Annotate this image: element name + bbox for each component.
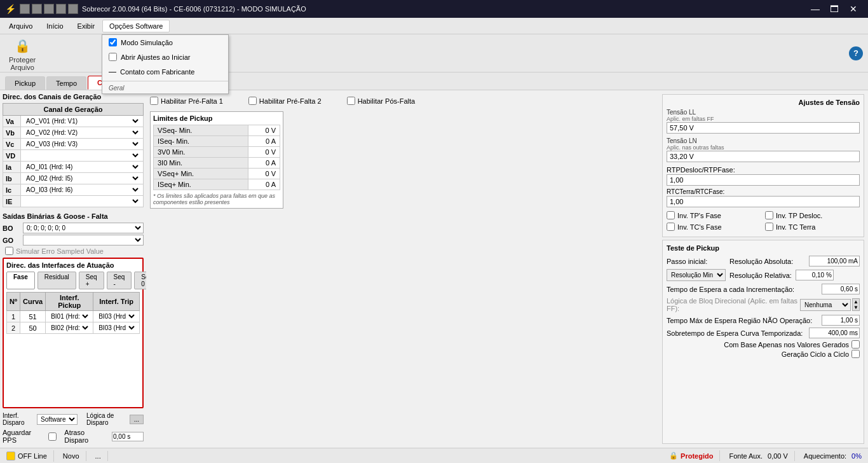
channel-select-ia[interactable]: AO_I01 (Hrd: I4) xyxy=(21,162,144,173)
act-pickup-2[interactable]: BI02 (Hrd: BI2) xyxy=(46,322,93,334)
aguardar-pps-label: Aguardar PPS xyxy=(3,429,46,444)
act-trip-2[interactable]: BI03 (Hrd: BI3) xyxy=(93,322,140,334)
titlebar-title: Sobrecor 2.00.094 (64 Bits) - CE-6006 (0… xyxy=(82,5,306,13)
interf-disparo-select[interactable]: Software xyxy=(37,414,78,425)
logica-disparo-button[interactable]: ... xyxy=(130,415,144,424)
geracao-ciclo-checkbox[interactable] xyxy=(851,350,860,358)
logica-bloq-select[interactable]: Nenhuma xyxy=(800,299,851,311)
sim-error-row[interactable]: Simular Erro Sampled Value xyxy=(5,247,144,255)
interf-disparo-section: Interf. Disparo Software Lógica de Dispa… xyxy=(3,411,144,445)
inv-tc-terra-row[interactable]: Inv. TC Terra xyxy=(765,223,860,231)
tensao-ll-input[interactable] xyxy=(667,122,860,134)
menu-contato[interactable]: — Contato com Fabricante xyxy=(102,64,228,79)
logica-disparo-label: Lógica de Disparo xyxy=(86,412,126,426)
tab-tempo[interactable]: Tempo xyxy=(46,76,86,90)
binary-select-go[interactable] xyxy=(23,235,144,245)
inv-tc-terra-checkbox[interactable] xyxy=(765,223,773,231)
actuation-tab-fase[interactable]: Fase xyxy=(6,272,35,289)
channel-select-ic-input[interactable]: AO_I03 (Hrd: I6) xyxy=(24,186,140,194)
menu-arquivo[interactable]: Arquivo xyxy=(3,20,39,32)
logica-bloq-scrollbar[interactable]: ▲ ▼ xyxy=(852,298,860,311)
act-curva-1: 51 xyxy=(20,311,45,322)
menu-opcoes[interactable]: Opções Software xyxy=(102,20,170,32)
resolucao-abs-label: Resolução Absoluta: xyxy=(729,258,793,265)
posfalta-checkbox[interactable] xyxy=(347,97,355,105)
tensao-ln-input[interactable] xyxy=(667,151,860,162)
prefalta1-checkbox[interactable] xyxy=(150,97,158,105)
proteger-arquivo-button[interactable]: 🔒 Proteger Arquivo xyxy=(5,33,39,74)
channel-select-va[interactable]: AO_V01 (Hrd: V1) xyxy=(21,116,144,127)
prefalta2-row[interactable]: Habilitar Pré-Falta 2 xyxy=(248,97,322,105)
resolucao-min-select[interactable]: Resolução Min xyxy=(667,269,726,281)
rtp-input[interactable] xyxy=(667,174,860,186)
channel-select-ia-input[interactable]: AO_I01 (Hrd: I4) xyxy=(24,163,140,171)
inv-tp-fase-row[interactable]: Inv. TP's Fase xyxy=(667,211,761,219)
inv-tc-fase-checkbox[interactable] xyxy=(667,223,675,231)
act-pickup-select-1[interactable]: BI01 (Hrd: BI1) xyxy=(48,312,90,321)
menu-exibir[interactable]: Exibir xyxy=(71,20,102,32)
inv-tc-fase-label: Inv. TC's Fase xyxy=(677,223,722,231)
resolucao-rel-input[interactable] xyxy=(796,270,834,280)
channel-select-vb-input[interactable]: AO_V02 (Hrd: V2) xyxy=(24,128,140,137)
inv-tp-desloc-checkbox[interactable] xyxy=(765,211,773,219)
channel-select-va-input[interactable]: AO_V01 (Hrd: V1) xyxy=(24,117,140,125)
atraso-disparo-input[interactable] xyxy=(112,432,144,441)
espera-input[interactable] xyxy=(822,284,860,294)
channel-select-vc[interactable]: AO_V03 (Hrd: V3) xyxy=(21,139,144,150)
channel-select-vb[interactable]: AO_V02 (Hrd: V2) xyxy=(21,127,144,139)
channel-select-vd[interactable] xyxy=(21,150,144,162)
channel-select-vd-input[interactable] xyxy=(24,151,140,160)
resolucao-abs-input[interactable] xyxy=(809,256,860,266)
channel-select-ic[interactable]: AO_I03 (Hrd: I6) xyxy=(21,184,144,196)
resolucao-rel-label: Resolução Relativa: xyxy=(729,272,792,279)
sim-error-checkbox[interactable] xyxy=(5,247,13,255)
com-base-row[interactable]: Com Base Apenas nos Valores Gerados xyxy=(667,340,860,349)
sobretempo-input[interactable] xyxy=(809,328,860,338)
passo-inicial-row: Passo inicial: Resolução Absoluta: xyxy=(667,256,860,266)
inv-tc-fase-row[interactable]: Inv. TC's Fase xyxy=(667,223,761,231)
table-row: Ia AO_I01 (Hrd: I4) xyxy=(3,162,144,173)
minimize-button[interactable]: — xyxy=(806,0,825,18)
menu-modo-simulacao[interactable]: Modo Simulação xyxy=(102,35,228,50)
inv-tp-fase-checkbox[interactable] xyxy=(667,211,675,219)
channel-select-ie[interactable] xyxy=(21,196,144,207)
channel-select-ib[interactable]: AO_I02 (Hrd: I5) xyxy=(21,173,144,184)
act-trip-1[interactable]: BI03 (Hrd: BI3) xyxy=(93,311,140,322)
titlebar-icons xyxy=(20,4,78,14)
voltage-title: Ajustes de Tensão xyxy=(667,99,860,106)
posfalta-row[interactable]: Habilitar Pós-Falta xyxy=(347,97,415,105)
inv-tc-terra-label: Inv. TC Terra xyxy=(776,223,815,231)
actuation-tab-seqn[interactable]: Seq - xyxy=(107,272,132,289)
actuation-tab-seq0[interactable]: Seq 0 xyxy=(134,272,146,289)
prefalta2-checkbox[interactable] xyxy=(248,97,257,105)
act-pickup-select-2[interactable]: BI02 (Hrd: BI2) xyxy=(48,324,90,332)
logica-bloq-row: Lógica de Bloq Direcional (Aplic. em fal… xyxy=(667,297,860,312)
actuation-tab-seqp[interactable]: Seq + xyxy=(79,272,104,289)
prefalta1-row[interactable]: Habilitar Pré-Falta 1 xyxy=(150,97,223,105)
abrir-ajustes-checkbox[interactable] xyxy=(109,53,117,61)
channel-select-ie-input[interactable] xyxy=(24,197,140,205)
close-button[interactable]: ✕ xyxy=(844,0,863,18)
act-trip-select-2[interactable]: BI03 (Hrd: BI3) xyxy=(96,324,137,332)
act-trip-select-1[interactable]: BI03 (Hrd: BI3) xyxy=(96,312,137,321)
actuation-row-1: 1 51 BI01 (Hrd: BI1) BI03 (Hrd: BI3) xyxy=(7,311,140,322)
help-button[interactable]: ? xyxy=(849,46,863,60)
tempo-max-input[interactable] xyxy=(822,315,860,326)
maximize-button[interactable]: 🗖 xyxy=(825,0,844,18)
menu-abrir-ajustes[interactable]: Abrir Ajustes ao Iniciar xyxy=(102,50,228,64)
com-base-checkbox[interactable] xyxy=(851,340,860,349)
rtc-input[interactable] xyxy=(667,196,860,207)
actuation-tab-residual[interactable]: Residual xyxy=(37,272,76,289)
aguardar-pps-checkbox[interactable] xyxy=(48,432,57,441)
modo-simulacao-checkbox[interactable] xyxy=(109,38,117,46)
act-col-num: Nº xyxy=(7,293,20,311)
tab-pickup[interactable]: Pickup xyxy=(5,76,45,90)
channel-select-vc-input[interactable]: AO_V03 (Hrd: V3) xyxy=(24,140,140,148)
menu-inicio[interactable]: Início xyxy=(40,20,69,32)
interf-disparo-label: Interf. Disparo xyxy=(3,412,33,426)
act-pickup-1[interactable]: BI01 (Hrd: BI1) xyxy=(46,311,93,322)
binary-select-bo[interactable]: 0; 0; 0; 0; 0; 0 xyxy=(23,223,144,233)
actuation-tabs: Fase Residual Seq + Seq - Seq 0 xyxy=(6,272,140,289)
channel-select-ib-input[interactable]: AO_I02 (Hrd: I5) xyxy=(24,174,140,183)
inv-tp-desloc-row[interactable]: Inv. TP Desloc. xyxy=(765,211,860,219)
